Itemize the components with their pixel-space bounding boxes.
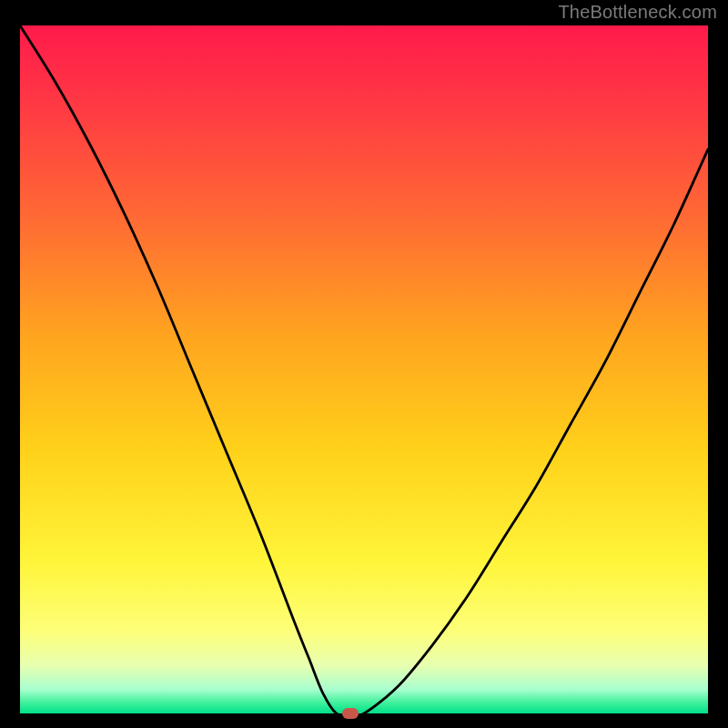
chart-frame: TheBottleneck.com bbox=[0, 0, 728, 728]
optimal-point-marker bbox=[342, 708, 359, 719]
gradient-background bbox=[20, 25, 708, 713]
plot-area bbox=[20, 25, 708, 713]
watermark-text: TheBottleneck.com bbox=[558, 2, 717, 23]
chart-svg bbox=[20, 25, 708, 713]
